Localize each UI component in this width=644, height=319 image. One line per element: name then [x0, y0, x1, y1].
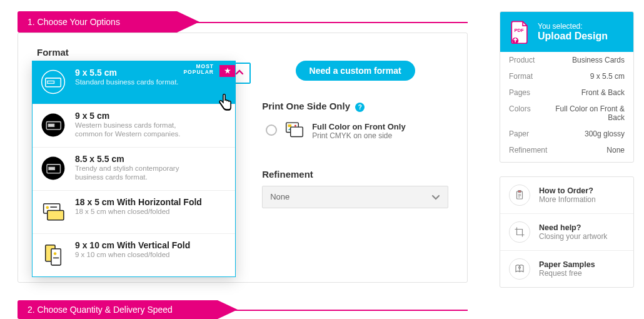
side-title: Paper Samples — [539, 260, 595, 269]
kv-key: Refinement — [509, 146, 547, 154]
format-option-9x5.5[interactable]: 9 x 5.5 cm Standard business cards forma… — [33, 61, 235, 104]
clipboard-icon — [509, 185, 530, 206]
card-thumb-icon — [39, 111, 68, 139]
kv-key: Product — [509, 56, 535, 64]
side-title: Need help? — [539, 223, 607, 232]
summary-card: PDF You selected: Upload Design ProductB… — [500, 11, 634, 163]
summary-head-small: You selected: — [538, 22, 608, 31]
kv-val: Full Color on Front & Back — [550, 104, 625, 122]
svg-point-15 — [46, 206, 49, 210]
svg-rect-18 — [51, 249, 61, 265]
format-option-title: 9 x 10 cm With Vertical Fold — [75, 240, 190, 250]
format-option-sub: Standard business cards format. — [75, 78, 179, 86]
step-1-title: 1. Choose Your Options — [28, 17, 120, 27]
side-sub: Closing your artwork — [539, 232, 607, 241]
kv-key: Pages — [509, 88, 530, 97]
svg-rect-9 — [48, 124, 54, 126]
svg-rect-1 — [288, 124, 292, 126]
refinement-value: None — [270, 192, 289, 201]
format-option-sub: Western business cards format, common fo… — [75, 121, 188, 139]
format-option-8.5x5.5[interactable]: 8.5 x 5.5 cm Trendy and stylish contempo… — [33, 147, 235, 190]
star-badge-icon: ★ — [219, 65, 235, 77]
svg-rect-16 — [50, 206, 57, 208]
refinement-select[interactable]: None — [262, 186, 448, 208]
how-to-order-link[interactable]: How to Order?More Information — [500, 177, 633, 213]
format-option-sub: 9 x 10 cm when closed/folded — [75, 250, 188, 259]
format-option-9x5[interactable]: 9 x 5 cm Western business cards format, … — [33, 104, 235, 147]
sidebar-links: How to Order?More Information Need help?… — [500, 176, 634, 288]
svg-point-2 — [294, 124, 296, 126]
fold-vertical-icon — [39, 240, 68, 269]
pdf-upload-icon: PDF — [509, 19, 530, 44]
chevron-down-icon — [431, 193, 440, 201]
help-icon[interactable]: ? — [355, 103, 365, 112]
format-dropdown: 9 x 5.5 cm Standard business cards forma… — [32, 61, 236, 277]
kv-val: Front & Back — [581, 88, 625, 97]
format-option-sub: 18 x 5 cm when closed/folded — [75, 207, 188, 216]
radio-unchecked-icon — [266, 124, 277, 136]
card-thumb-icon — [39, 68, 68, 96]
refinement-label: Refinement — [262, 169, 448, 180]
summary-head-big: Upload Design — [538, 31, 608, 42]
format-option-title: 18 x 5 cm With Horizontal Fold — [75, 197, 202, 207]
svg-rect-3 — [291, 127, 303, 136]
side-title: How to Order? — [539, 186, 596, 195]
step-2-header: 2. Choose Quantity & Delivery Speed — [18, 300, 218, 319]
sidebar: PDF You selected: Upload Design ProductB… — [500, 11, 634, 301]
card-thumb-icon — [39, 154, 68, 183]
fold-horizontal-icon — [39, 197, 68, 226]
front-only-icon — [286, 122, 303, 138]
step-2-section: 2. Choose Quantity & Delivery Speed — [18, 300, 468, 319]
print-side-option[interactable]: Full Color on Front Only Print CMYK on o… — [262, 118, 448, 149]
kv-key: Paper — [509, 129, 529, 138]
svg-rect-14 — [48, 210, 64, 220]
most-popular-label: MOSTPOPULAR — [183, 64, 214, 76]
kv-val: None — [606, 146, 625, 154]
svg-rect-20 — [53, 258, 59, 259]
format-option-title: 8.5 x 5.5 cm — [75, 154, 188, 164]
format-option-title: 9 x 5.5 cm — [75, 68, 179, 78]
kv-key: Colors — [509, 104, 531, 122]
side-sub: Request free — [539, 269, 595, 278]
print-side-option-title: Full Color on Front Only — [312, 122, 405, 131]
summary-header: PDF You selected: Upload Design — [500, 12, 633, 52]
format-option-18x5-hfold[interactable]: 18 x 5 cm With Horizontal Fold 18 x 5 cm… — [33, 190, 235, 233]
step-1-header: 1. Choose Your Options — [18, 11, 177, 33]
custom-format-button[interactable]: Need a custom format — [296, 61, 415, 81]
print-side-option-sub: Print CMYK on one side — [312, 131, 405, 140]
svg-rect-12 — [49, 167, 54, 170]
side-sub: More Information — [539, 195, 596, 204]
format-option-9x10-vfold[interactable]: 9 x 10 cm With Vertical Fold 9 x 10 cm w… — [33, 233, 235, 276]
crop-icon — [509, 221, 530, 243]
kv-key: Format — [509, 72, 533, 81]
format-option-title: 9 x 5 cm — [75, 111, 188, 121]
chevron-up-icon — [235, 68, 244, 77]
need-help-link[interactable]: Need help?Closing your artwork — [500, 213, 633, 250]
right-column: Need a custom format Print One Side Only… — [251, 47, 448, 208]
kv-val: 300g glossy — [585, 129, 625, 138]
format-label: Format — [37, 47, 251, 58]
svg-rect-24 — [518, 191, 521, 193]
kv-val: Business Cards — [572, 56, 625, 64]
step-2-title: 2. Choose Quantity & Delivery Speed — [28, 305, 173, 315]
svg-point-19 — [54, 252, 57, 255]
paper-samples-link[interactable]: Paper SamplesRequest free — [500, 250, 633, 287]
book-icon — [509, 258, 530, 280]
format-option-sub: Trendy and stylish contemporary business… — [75, 164, 188, 182]
print-side-label: Print One Side Only ? — [262, 101, 448, 112]
kv-val: 9 x 5.5 cm — [590, 72, 625, 81]
svg-rect-6 — [48, 81, 54, 83]
svg-text:PDF: PDF — [514, 28, 524, 33]
